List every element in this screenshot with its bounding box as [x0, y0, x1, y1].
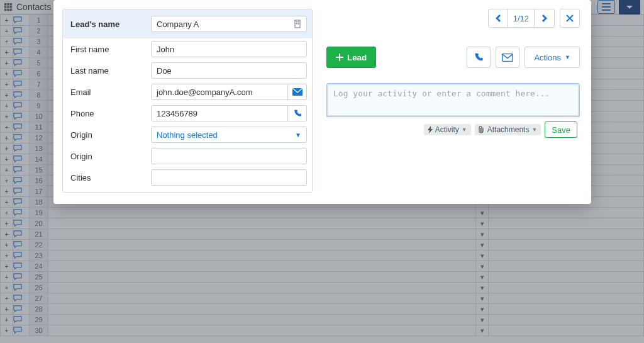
envelope-icon	[292, 88, 303, 96]
last-name-input[interactable]	[151, 62, 307, 79]
label-origin-text: Origin	[70, 152, 145, 161]
origin-input[interactable]	[151, 148, 307, 164]
attachments-chip-label: Attachments	[487, 125, 530, 134]
lead-form: Lead's name First name Last name	[62, 9, 313, 193]
pager: 1/12	[488, 9, 555, 28]
paperclip-icon	[479, 126, 485, 133]
actions-dropdown[interactable]: Actions ▼	[525, 47, 580, 68]
create-lead-button[interactable]: Lead	[326, 47, 376, 68]
phone-input[interactable]	[151, 105, 288, 121]
svg-rect-3	[296, 23, 297, 25]
svg-rect-4	[298, 23, 299, 25]
building-icon	[293, 20, 302, 28]
label-origin-select: Origin	[70, 130, 145, 140]
attachments-chip[interactable]: Attachments ▼	[475, 124, 541, 135]
origin-select[interactable]: Nothing selected ▼	[151, 127, 307, 143]
label-phone: Phone	[70, 109, 145, 118]
label-first-name: First name	[70, 45, 145, 54]
close-icon	[566, 14, 574, 22]
pager-prev-button[interactable]	[488, 9, 508, 28]
caret-down-icon: ▼	[531, 127, 537, 133]
label-last-name: Last name	[70, 66, 145, 76]
save-button[interactable]: Save	[545, 121, 577, 138]
activity-type-chip[interactable]: Activity ▼	[424, 124, 471, 135]
email-icon-button[interactable]	[288, 84, 307, 100]
bolt-icon	[428, 126, 433, 133]
plus-icon	[336, 53, 343, 61]
svg-rect-0	[295, 20, 300, 28]
chevron-left-icon	[496, 14, 501, 22]
lead-modal: 1/12 Lead's name	[53, 0, 591, 204]
pager-next-button[interactable]	[535, 9, 555, 28]
svg-rect-2	[298, 21, 299, 23]
actions-label: Actions	[534, 53, 561, 62]
email-input[interactable]	[151, 84, 288, 100]
lead-name-input[interactable]	[151, 16, 307, 32]
phone-icon	[474, 52, 484, 62]
activity-input[interactable]	[326, 83, 580, 117]
label-cities: Cities	[70, 173, 145, 183]
email-button[interactable]	[496, 47, 519, 68]
create-lead-label: Lead	[347, 53, 367, 62]
phone-icon-button[interactable]	[288, 105, 307, 121]
caret-down-icon: ▼	[295, 132, 301, 138]
first-name-input[interactable]	[151, 41, 307, 57]
chevron-right-icon	[542, 14, 547, 22]
origin-select-value: Nothing selected	[157, 130, 218, 140]
label-email: Email	[70, 87, 145, 97]
activity-box: Activity ▼ Attachments ▼ Save	[326, 83, 580, 140]
caret-down-icon: ▼	[565, 54, 570, 60]
phone-icon	[293, 109, 302, 118]
label-lead-name: Lead's name	[70, 20, 145, 29]
save-label: Save	[552, 125, 570, 135]
svg-rect-1	[296, 21, 297, 23]
envelope-icon	[502, 53, 513, 62]
activity-chip-label: Activity	[435, 125, 459, 134]
pager-position: 1/12	[508, 9, 535, 28]
caret-down-icon: ▼	[462, 127, 467, 133]
cities-input[interactable]	[151, 169, 307, 186]
close-button[interactable]	[560, 9, 580, 28]
call-button[interactable]	[467, 47, 491, 68]
